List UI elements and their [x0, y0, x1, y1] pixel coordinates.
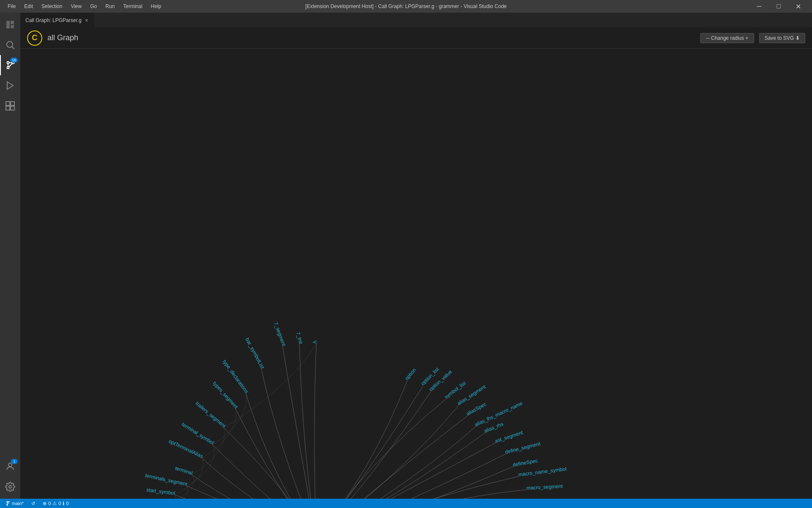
svg-rect-0	[6, 21, 10, 28]
svg-rect-2	[11, 25, 14, 28]
svg-text:type_declarations: type_declarations	[222, 359, 250, 394]
tab-bar: Call Graph: LPGParser.g ×	[20, 13, 812, 28]
tab-close-button[interactable]: ×	[84, 16, 89, 25]
menu-terminal[interactable]: Terminal	[120, 3, 145, 10]
svg-point-3	[7, 41, 13, 47]
svg-text:terminals_segment: terminals_segment	[145, 472, 188, 487]
branch-name: main*	[12, 501, 24, 506]
titlebar-left: File Edit Selection View Go Run Terminal…	[4, 3, 165, 10]
menu-view[interactable]: View	[67, 3, 85, 10]
svg-text:trailers_segment: trailers_segment	[195, 400, 227, 429]
change-radius-label: ─ Change radius +	[706, 35, 748, 41]
graph-svg: bar_symbolList7_segment7_lnithtype_decla…	[20, 49, 812, 499]
tab-label: Call Graph: LPGParser.g	[25, 17, 82, 23]
toolbar-logo: C	[27, 30, 42, 46]
search-activity-icon[interactable]	[0, 35, 20, 55]
svg-rect-9	[6, 102, 10, 105]
status-bar: main* ↺ ⊗ 0 ⚠ 0 ℹ 0	[0, 499, 812, 508]
svg-point-14	[9, 486, 11, 488]
close-button[interactable]: ✕	[788, 0, 808, 13]
menu-go[interactable]: Go	[87, 3, 100, 10]
maximize-button[interactable]: □	[769, 0, 788, 13]
warning-icon: ⚠	[52, 501, 57, 506]
toolbar-title: all Graph	[47, 33, 78, 42]
errors-status[interactable]: ⊗ 0 ⚠ 0 ℹ 0	[41, 501, 70, 506]
titlebar: File Edit Selection View Go Run Terminal…	[0, 0, 812, 13]
svg-text:macro_name_symbol: macro_name_symbol	[518, 466, 567, 478]
activity-bar: 16 1	[0, 13, 20, 499]
svg-text:start_symbol: start_symbol	[146, 487, 175, 496]
branch-status[interactable]: main*	[3, 501, 25, 506]
svg-rect-1	[11, 21, 14, 24]
error-count: 0	[48, 501, 51, 506]
info-icon: ℹ	[63, 501, 64, 506]
accounts-badge: 1	[11, 459, 18, 464]
change-radius-button[interactable]: ─ Change radius +	[700, 33, 754, 43]
info-count: 0	[66, 501, 69, 506]
svg-text:7_segment: 7_segment	[273, 321, 287, 347]
svg-text:terminal_symbol: terminal_symbol	[181, 421, 215, 446]
editor-area: Call Graph: LPGParser.g × C all Graph ─ …	[20, 13, 812, 499]
menu-selection[interactable]: Selection	[38, 3, 66, 10]
svg-text:define_segment: define_segment	[505, 441, 541, 455]
source-control-badge: 16	[10, 58, 18, 63]
toolbar: C all Graph ─ Change radius + Save to SV…	[20, 28, 812, 49]
save-svg-label: Save to SVG	[765, 35, 794, 41]
menu-help[interactable]: Help	[148, 3, 165, 10]
svg-text:macro_segment: macro_segment	[526, 483, 563, 491]
svg-line-4	[12, 47, 15, 50]
menu-file[interactable]: File	[4, 3, 19, 10]
graph-canvas: bar_symbolList7_segment7_lnithtype_decla…	[20, 49, 812, 499]
menu-bar: File Edit Selection View Go Run Terminal…	[4, 3, 165, 10]
save-svg-button[interactable]: Save to SVG ⬇	[759, 33, 805, 43]
sync-status[interactable]: ↺	[30, 501, 37, 506]
svg-point-7	[7, 67, 9, 69]
extensions-activity-icon[interactable]	[0, 96, 20, 116]
svg-text:7_lnit: 7_lnit	[295, 331, 304, 345]
sync-icon: ↺	[31, 501, 35, 506]
window-title: [Extension Development Host] - Call Grap…	[305, 3, 507, 9]
svg-text:ast_segment: ast_segment	[494, 429, 524, 444]
svg-text:terminal: terminal	[174, 465, 193, 476]
svg-rect-11	[6, 106, 10, 110]
svg-point-13	[8, 463, 12, 467]
explorer-activity-icon[interactable]	[0, 14, 20, 35]
svg-rect-12	[11, 106, 14, 110]
svg-text:types_segment: types_segment	[212, 380, 239, 410]
svg-marker-8	[7, 82, 13, 89]
svg-point-5	[7, 62, 9, 64]
svg-text:optTerminalAlias: optTerminalAlias	[168, 438, 204, 459]
svg-rect-10	[11, 102, 14, 105]
main-layout: 16 1 Call Graph: LPGParser.g × C	[0, 13, 812, 499]
accounts-activity-icon[interactable]: 1	[0, 456, 20, 477]
svg-text:defineSpec: defineSpec	[512, 458, 538, 468]
svg-text:bar_symbolList: bar_symbolList	[244, 337, 266, 370]
source-control-activity-icon[interactable]: 16	[0, 55, 20, 75]
svg-text:h: h	[312, 340, 318, 344]
svg-text:aliasSpec: aliasSpec	[465, 401, 487, 417]
status-left: main* ↺ ⊗ 0 ⚠ 0 ℹ 0	[3, 501, 71, 506]
error-icon: ⊗	[43, 501, 47, 506]
minimize-button[interactable]: ─	[749, 0, 769, 13]
logo-letter: C	[32, 33, 38, 42]
menu-edit[interactable]: Edit	[21, 3, 36, 10]
svg-text:start_segment: start_segment	[136, 498, 168, 499]
menu-run[interactable]: Run	[102, 3, 118, 10]
download-icon: ⬇	[796, 35, 800, 41]
debug-activity-icon[interactable]	[0, 75, 20, 96]
window-controls: ─ □ ✕	[749, 0, 808, 13]
svg-text:option: option	[404, 367, 417, 381]
warning-count: 0	[58, 501, 61, 506]
active-tab[interactable]: Call Graph: LPGParser.g ×	[20, 13, 94, 28]
settings-activity-icon[interactable]	[0, 477, 20, 497]
